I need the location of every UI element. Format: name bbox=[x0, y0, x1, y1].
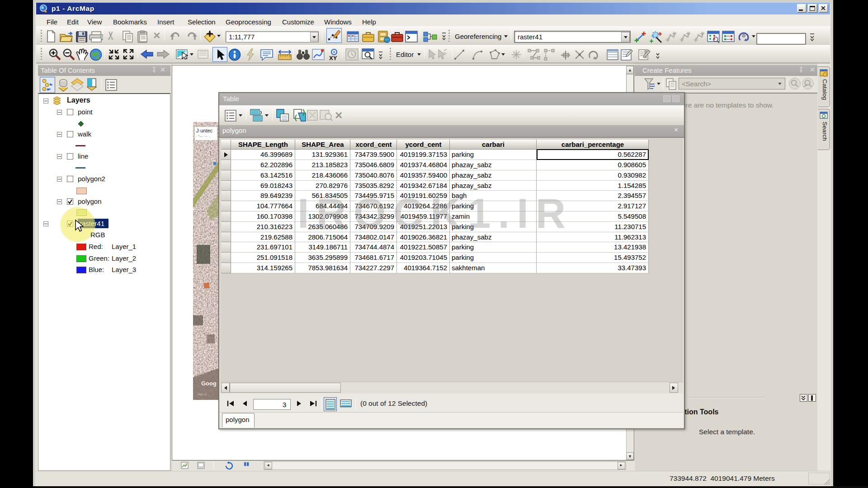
svg-text:XY: XY bbox=[329, 55, 337, 61]
svg-text:Jan.C·-: Jan.C·- bbox=[198, 392, 210, 396]
svg-text:Goog: Goog bbox=[201, 380, 217, 387]
